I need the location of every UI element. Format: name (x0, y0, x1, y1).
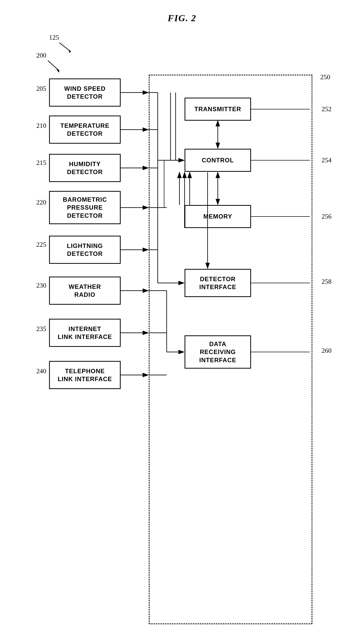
ref-254: 254 (322, 156, 332, 164)
ref-250: 250 (320, 73, 330, 81)
ref-252: 252 (322, 105, 332, 113)
ref-256: 256 (322, 213, 332, 220)
weather-radio-box: WEATHER RADIO (49, 277, 121, 305)
barometric-box: BAROMETRIC PRESSURE DETECTOR (49, 191, 121, 224)
ref-240: 240 (36, 367, 46, 375)
ref-205: 205 (36, 85, 46, 93)
humidity-box: HUMIDITY DETECTOR (49, 154, 121, 182)
page: FIG. 2 125 200 250 205 WIND SPEED DETECT… (0, 0, 364, 637)
transmitter-box: TRANSMITTER (185, 98, 251, 121)
svg-line-0 (59, 43, 71, 52)
lightning-box: LIGHTNING DETECTOR (49, 236, 121, 264)
detector-interface-box: DETECTOR INTERFACE (185, 269, 251, 297)
ref-260: 260 (322, 347, 332, 355)
ref-200: 200 (36, 52, 46, 59)
telephone-link-box: TELEPHONE LINK INTERFACE (49, 361, 121, 389)
ref-125: 125 (49, 34, 59, 41)
ref-215: 215 (36, 159, 46, 167)
internet-link-box: INTERNET LINK INTERFACE (49, 319, 121, 347)
ref-230: 230 (36, 282, 46, 289)
ref-225: 225 (36, 241, 46, 248)
ref-210: 210 (36, 122, 46, 130)
figure-title: FIG. 2 (10, 13, 354, 24)
ref-258: 258 (322, 278, 332, 286)
ref-235: 235 (36, 325, 46, 333)
svg-marker-3 (56, 69, 59, 73)
wind-speed-box: WIND SPEED DETECTOR (49, 78, 121, 107)
memory-box: MEMORY (185, 205, 251, 228)
control-box: CONTROL (185, 149, 251, 172)
svg-marker-1 (68, 49, 71, 53)
data-receiving-box: DATA RECEIVING INTERFACE (185, 335, 251, 369)
ref-220: 220 (36, 199, 46, 206)
temperature-box: TEMPERATURE DETECTOR (49, 116, 121, 144)
svg-line-2 (48, 61, 59, 71)
